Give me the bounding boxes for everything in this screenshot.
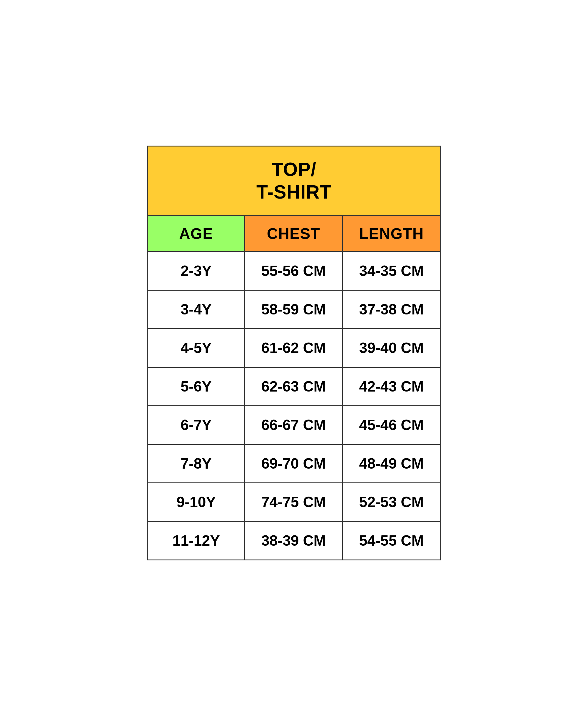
table-row: 9-10Y74-75 CM52-53 CM [148,483,440,522]
size-chart-table: TOP/ T-SHIRT AGE CHEST LENGTH 2-3Y55-56 … [147,146,441,561]
table-row: 2-3Y55-56 CM34-35 CM [148,252,440,290]
table-row: 6-7Y66-67 CM45-46 CM [148,406,440,445]
cell-chest: 58-59 CM [245,290,342,328]
title-line2: T-SHIRT [256,182,332,203]
cell-chest: 61-62 CM [245,329,342,367]
table-row: 5-6Y62-63 CM42-43 CM [148,368,440,406]
cell-chest: 69-70 CM [245,445,342,482]
title-line1: TOP/ [271,159,317,180]
cell-age: 3-4Y [148,290,245,328]
cell-age: 11-12Y [148,522,245,559]
cell-length: 34-35 CM [343,252,440,290]
table-row: 4-5Y61-62 CM39-40 CM [148,329,440,368]
cell-age: 2-3Y [148,252,245,290]
cell-length: 45-46 CM [343,406,440,444]
table-row: 11-12Y38-39 CM54-55 CM [148,522,440,559]
header-length: LENGTH [343,216,440,251]
cell-age: 6-7Y [148,406,245,444]
cell-length: 52-53 CM [343,483,440,521]
table-header: AGE CHEST LENGTH [148,216,440,252]
cell-chest: 66-67 CM [245,406,342,444]
cell-age: 5-6Y [148,368,245,405]
table-row: 7-8Y69-70 CM48-49 CM [148,445,440,483]
cell-length: 39-40 CM [343,329,440,367]
table-body: 2-3Y55-56 CM34-35 CM3-4Y58-59 CM37-38 CM… [148,252,440,559]
chart-title: TOP/ T-SHIRT [154,158,434,204]
cell-length: 37-38 CM [343,290,440,328]
cell-length: 48-49 CM [343,445,440,482]
cell-length: 54-55 CM [343,522,440,559]
table-row: 3-4Y58-59 CM37-38 CM [148,290,440,329]
cell-chest: 74-75 CM [245,483,342,521]
cell-chest: 62-63 CM [245,368,342,405]
header-chest: CHEST [245,216,342,251]
cell-length: 42-43 CM [343,368,440,405]
cell-age: 9-10Y [148,483,245,521]
cell-age: 7-8Y [148,445,245,482]
title-row: TOP/ T-SHIRT [148,147,440,216]
cell-chest: 38-39 CM [245,522,342,559]
cell-chest: 55-56 CM [245,252,342,290]
header-age: AGE [148,216,245,251]
cell-age: 4-5Y [148,329,245,367]
